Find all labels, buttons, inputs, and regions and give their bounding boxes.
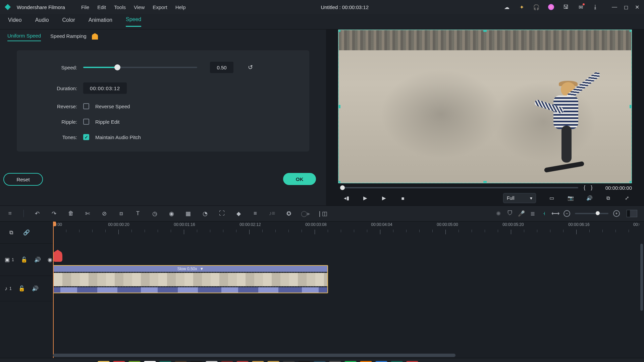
taskbar-app-generic[interactable]	[236, 361, 249, 362]
taskbar-app-generic[interactable]	[221, 361, 233, 362]
window-close-icon[interactable]: ✕	[635, 4, 639, 10]
snapshot-icon[interactable]: 📷	[568, 195, 574, 201]
preview-quality-select[interactable]: Full ▾	[503, 193, 536, 203]
tab-speed[interactable]: Speed	[126, 16, 141, 27]
download-icon[interactable]: ⭳	[592, 4, 598, 10]
render-icon[interactable]: ◯▸	[302, 210, 309, 217]
message-icon[interactable]: ✉	[578, 4, 584, 10]
visibility-icon[interactable]: ◉	[48, 256, 52, 263]
reverse-checkbox[interactable]	[83, 103, 89, 109]
split-clip-icon[interactable]: ❘◫	[319, 210, 326, 217]
fullscreen-icon[interactable]: ⤢	[624, 195, 630, 201]
taskbar-app-generic[interactable]	[175, 361, 187, 362]
mask-icon[interactable]: ◆	[235, 210, 242, 217]
shield-icon[interactable]: ⛉	[506, 210, 513, 217]
volume-icon[interactable]: 🔊	[586, 195, 592, 201]
preview-scrubber[interactable]	[340, 187, 578, 188]
redo-icon[interactable]: ↷	[51, 210, 57, 217]
audio-adjust-icon[interactable]: ♪≡	[269, 210, 275, 217]
start-button[interactable]: ⊞	[3, 361, 16, 362]
greenscreen-icon[interactable]: ▦	[185, 210, 192, 217]
reset-button[interactable]: Reset	[3, 173, 43, 186]
taskbar-app-vlc[interactable]: ▲	[360, 361, 372, 362]
taskbar-app-filmora[interactable]	[391, 361, 403, 362]
ai-enhance-icon[interactable]: ✪	[285, 210, 292, 217]
color-tool-icon[interactable]: ◉	[168, 210, 175, 217]
playhead[interactable]	[53, 222, 54, 358]
window-minimize-icon[interactable]: —	[612, 4, 617, 10]
zoom-in-button[interactable]: +	[613, 210, 620, 217]
tab-animation[interactable]: Animation	[89, 17, 112, 26]
speed-reset-icon[interactable]: ↺	[246, 63, 254, 71]
render-preview-icon[interactable]: ✺	[495, 210, 502, 217]
timeline-v-scrollbar[interactable]	[639, 222, 644, 358]
duration-tool-icon[interactable]: ◔	[202, 210, 208, 217]
zoom-slider-knob[interactable]	[596, 211, 600, 215]
voiceover-icon[interactable]: 🎤	[518, 210, 525, 217]
menu-export[interactable]: Export	[153, 4, 167, 10]
tab-audio[interactable]: Audio	[35, 17, 49, 26]
lock-icon[interactable]: 🔓	[21, 256, 28, 263]
mixer-icon[interactable]: ≣	[529, 210, 536, 217]
subtab-uniform-speed[interactable]: Uniform Speed	[7, 33, 41, 41]
mute-icon[interactable]: 🔊	[32, 285, 39, 292]
delete-icon[interactable]: 🗑	[67, 210, 74, 217]
snap-icon[interactable]: ⫞	[541, 210, 547, 217]
taskbar-app-generic[interactable]	[252, 361, 264, 362]
detach-preview-icon[interactable]: ⧉	[605, 195, 611, 201]
ok-button[interactable]: OK	[283, 173, 316, 185]
duration-input[interactable]: 00:00:03:12	[83, 82, 127, 94]
scrollbar-thumb[interactable]	[640, 244, 643, 311]
apps-icon[interactable]: ⌗	[7, 210, 13, 217]
crop-icon[interactable]: ⧈	[118, 210, 124, 217]
idea-icon[interactable]: ✦	[519, 4, 525, 10]
account-avatar-icon[interactable]	[548, 4, 554, 10]
resize-handle-icon[interactable]	[483, 181, 487, 183]
resize-handle-icon[interactable]	[630, 181, 632, 183]
taskbar-app-explorer[interactable]	[98, 361, 110, 362]
undo-icon[interactable]: ↶	[34, 210, 41, 217]
timeline-marker-icon[interactable]	[53, 250, 62, 262]
taskbar-app-chrome[interactable]	[144, 361, 156, 362]
resize-handle-icon[interactable]	[630, 29, 632, 32]
resize-handle-icon[interactable]	[338, 29, 340, 32]
taskbar-app-generic[interactable]	[314, 361, 326, 362]
display-settings-icon[interactable]: ▭	[549, 195, 555, 201]
preview-scrubber-knob[interactable]	[340, 185, 345, 190]
tones-checkbox[interactable]	[83, 134, 89, 140]
speed-slider[interactable]	[83, 67, 197, 68]
timeline-ruler[interactable]: 00:00 00:00:00:20 00:00:01:16 00:00:02:1…	[53, 222, 639, 235]
play-icon[interactable]: ▶	[381, 195, 387, 201]
adjust-icon[interactable]: ≡	[252, 210, 259, 217]
task-view-icon[interactable]: ⧉	[33, 361, 46, 362]
taskbar-app-generic[interactable]	[329, 361, 341, 362]
menu-edit[interactable]: Edit	[97, 4, 106, 10]
timeline-minimap[interactable]	[627, 210, 637, 217]
ripple-checkbox[interactable]	[83, 119, 89, 125]
save-icon[interactable]: 🖫	[563, 4, 569, 10]
disable-icon[interactable]: ⊘	[101, 210, 108, 217]
step-back-icon[interactable]: ◂▮	[343, 195, 350, 201]
link-track-icon[interactable]: 🔗	[23, 229, 30, 236]
resize-handle-icon[interactable]	[338, 181, 340, 183]
tab-color[interactable]: Color	[62, 17, 75, 26]
support-icon[interactable]: 🎧	[533, 4, 539, 10]
menu-view[interactable]: View	[134, 4, 145, 10]
subtab-speed-ramping[interactable]: Speed Ramping	[50, 33, 87, 41]
taskbar-app-generic[interactable]	[406, 361, 418, 362]
menu-tools[interactable]: Tools	[114, 4, 126, 10]
speed-value-input[interactable]: 0.50	[210, 62, 233, 73]
taskbar-app-generic[interactable]: DL	[206, 361, 218, 362]
zoom-slider[interactable]	[575, 213, 608, 214]
video-preview[interactable]	[338, 29, 632, 183]
lock-icon[interactable]: 🔓	[18, 285, 25, 292]
window-maximize-icon[interactable]: ◻	[624, 4, 628, 10]
text-icon[interactable]: T	[135, 210, 141, 217]
taskbar-app-generic[interactable]	[159, 361, 171, 362]
fit-to-screen-icon[interactable]: ⟷	[552, 210, 559, 217]
taskbar-search-icon[interactable]: 🔍	[18, 361, 31, 362]
tab-video[interactable]: Video	[8, 17, 22, 26]
zoom-out-button[interactable]: −	[564, 210, 570, 217]
mute-icon[interactable]: 🔊	[34, 256, 41, 263]
taskbar-app-nvidia[interactable]	[128, 361, 141, 362]
